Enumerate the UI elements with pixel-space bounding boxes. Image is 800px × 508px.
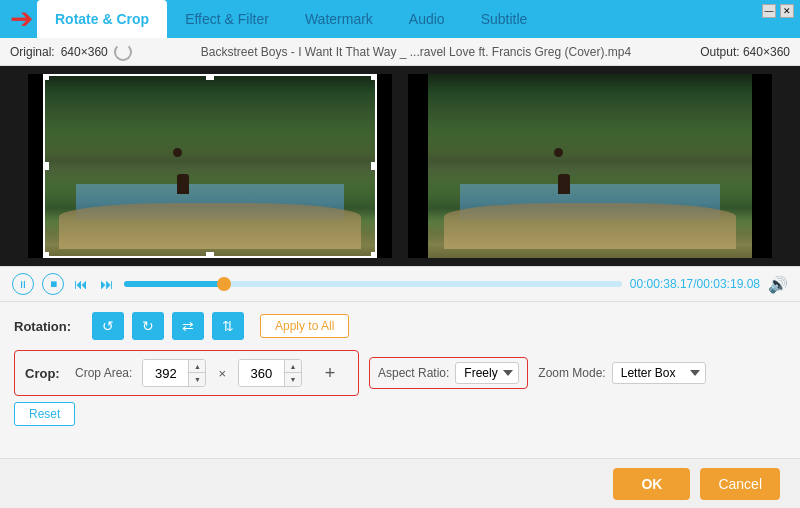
tab-audio[interactable]: Audio — [391, 0, 463, 38]
info-bar: Original: 640×360 Backstreet Boys - I Wa… — [0, 38, 800, 66]
bottom-bar: OK Cancel — [0, 458, 800, 508]
cancel-button[interactable]: Cancel — [700, 468, 780, 500]
black-left — [28, 74, 43, 258]
volume-button[interactable]: 🔊 — [768, 275, 788, 294]
video-area — [0, 66, 800, 266]
time-display: 00:00:38.17/00:03:19.08 — [630, 277, 760, 291]
center-cross — [320, 363, 340, 383]
progress-track[interactable] — [124, 281, 622, 287]
crop-area-label: Crop Area: — [75, 366, 132, 380]
tab-rotate-crop[interactable]: Rotate & Crop — [37, 0, 167, 38]
reset-area: Reset — [14, 402, 786, 426]
video-panel-left — [28, 74, 393, 258]
right-black-right — [752, 74, 772, 258]
crop-width-input-group: ▲ ▼ — [142, 359, 206, 387]
output-label: Output: — [700, 45, 739, 59]
zoom-mode-select[interactable]: Letter Box Pan & Scan Full — [612, 362, 706, 384]
right-scene — [428, 74, 753, 258]
video-panel-right — [408, 74, 773, 258]
zoom-mode-group: Zoom Mode: Letter Box Pan & Scan Full — [538, 362, 705, 384]
crop-handle-bm[interactable] — [206, 252, 214, 258]
crop-width-down[interactable]: ▼ — [189, 373, 205, 386]
crop-height-input-group: ▲ ▼ — [238, 359, 302, 387]
person-head — [173, 148, 182, 157]
tab-bar: ➔ Rotate & Crop Effect & Filter Watermar… — [0, 0, 800, 38]
crop-handle-tm[interactable] — [206, 74, 214, 80]
crop-height-spinners: ▲ ▼ — [284, 360, 301, 386]
rotation-label: Rotation: — [14, 319, 84, 334]
crop-height-up[interactable]: ▲ — [285, 360, 301, 373]
person-body — [177, 174, 189, 194]
tab-effect-filter[interactable]: Effect & Filter — [167, 0, 287, 38]
tab-subtitle[interactable]: Subtitle — [463, 0, 546, 38]
apply-all-button[interactable]: Apply to All — [260, 314, 349, 338]
aspect-ratio-group: Aspect Ratio: Freely 16:9 4:3 1:1 9:16 — [369, 357, 528, 389]
person-body-r — [558, 174, 570, 194]
aspect-ratio-select[interactable]: Freely 16:9 4:3 1:1 9:16 — [455, 362, 519, 384]
rotation-row: Rotation: ↺ ↻ ⇄ ⇅ Apply to All — [14, 312, 786, 340]
original-size: 640×360 — [61, 45, 108, 59]
original-info: Original: 640×360 — [10, 43, 132, 61]
crop-label: Crop: — [25, 366, 65, 381]
crop-width-spinners: ▲ ▼ — [188, 360, 205, 386]
crop-section: Crop: Crop Area: ▲ ▼ × ▲ ▼ — [14, 350, 786, 396]
original-label: Original: — [10, 45, 55, 59]
arrow-decoration: ➔ — [10, 5, 33, 33]
rotate-cw-button[interactable]: ↻ — [132, 312, 164, 340]
stop-button[interactable]: ⏹ — [42, 273, 64, 295]
progress-fill — [124, 281, 224, 287]
person-head-r — [554, 148, 563, 157]
rocks-effect-r — [444, 203, 736, 249]
center-icon — [316, 359, 344, 387]
rocks-effect — [59, 203, 360, 249]
playback-bar: ⏸ ⏹ ⏮ ⏭ 00:00:38.17/00:03:19.08 🔊 — [0, 266, 800, 302]
output-info: Output: 640×360 — [700, 45, 790, 59]
prev-frame-button[interactable]: ⏮ — [72, 276, 90, 292]
crop-width-up[interactable]: ▲ — [189, 360, 205, 373]
tab-watermark[interactable]: Watermark — [287, 0, 391, 38]
close-button[interactable]: ✕ — [780, 4, 794, 18]
pause-button[interactable]: ⏸ — [12, 273, 34, 295]
flip-horizontal-button[interactable]: ⇄ — [172, 312, 204, 340]
ok-button[interactable]: OK — [613, 468, 690, 500]
next-frame-button[interactable]: ⏭ — [98, 276, 116, 292]
video-image-right — [428, 74, 753, 258]
minimize-button[interactable]: — — [762, 4, 776, 18]
crop-height-down[interactable]: ▼ — [285, 373, 301, 386]
flip-vertical-button[interactable]: ⇅ — [212, 312, 244, 340]
progress-thumb[interactable] — [217, 277, 231, 291]
output-size: 640×360 — [743, 45, 790, 59]
refresh-icon[interactable] — [114, 43, 132, 61]
aspect-label: Aspect Ratio: — [378, 366, 449, 380]
black-right — [377, 74, 392, 258]
crop-height-input[interactable] — [239, 360, 284, 386]
x-divider: × — [216, 366, 228, 381]
right-black-left — [408, 74, 428, 258]
reset-button[interactable]: Reset — [14, 402, 75, 426]
filename-display: Backstreet Boys - I Want It That Way _ .… — [132, 45, 700, 59]
title-bar: — ✕ — [756, 0, 800, 22]
crop-width-input[interactable] — [143, 360, 188, 386]
zoom-label: Zoom Mode: — [538, 366, 605, 380]
rotate-ccw-button[interactable]: ↺ — [92, 312, 124, 340]
crop-row: Crop: Crop Area: ▲ ▼ × ▲ ▼ — [14, 350, 359, 396]
controls-area: Rotation: ↺ ↻ ⇄ ⇅ Apply to All Crop: Cro… — [0, 302, 800, 458]
